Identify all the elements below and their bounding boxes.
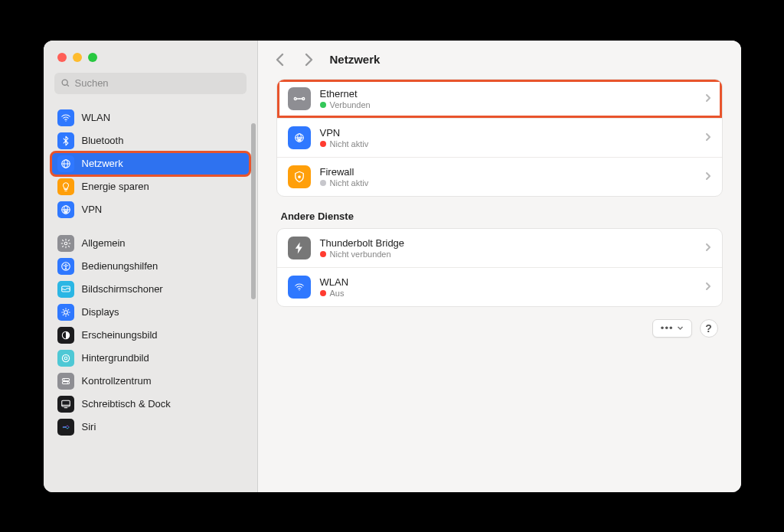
service-title: VPN [320, 127, 696, 139]
wifi-icon [57, 109, 74, 126]
service-status: Nicht verbunden [320, 250, 696, 259]
service-row-firewall[interactable]: FirewallNicht aktiv [277, 157, 722, 196]
sidebar-item-label: Siri [82, 421, 96, 432]
sidebar-item-siri[interactable]: Siri [51, 416, 250, 439]
maximize-button[interactable] [88, 53, 97, 62]
sidebar-item-label: Schreibtisch & Dock [82, 398, 171, 410]
other-services-title: Andere Dienste [276, 197, 723, 228]
service-row-vpn[interactable]: VPNNicht aktiv [277, 118, 722, 157]
service-title: WLAN [320, 276, 696, 288]
svg-rect-33 [298, 139, 301, 141]
sidebar-item-displays[interactable]: Displays [51, 301, 250, 324]
service-status: Aus [320, 289, 696, 298]
thunderbolt-icon [288, 237, 311, 259]
sidebar-item-label: WLAN [82, 112, 111, 123]
svg-point-10 [64, 242, 67, 245]
wifi-icon [288, 276, 311, 299]
chevron-right-icon [705, 170, 711, 184]
sidebar-item-bluetooth[interactable]: Bluetooth [51, 129, 250, 152]
sidebar-item-label: Hintergrundbild [82, 352, 149, 364]
more-button[interactable]: ••• [652, 319, 692, 338]
dock-icon [57, 396, 74, 413]
sidebar-item-label: Kontrollzentrum [82, 375, 152, 387]
other-services-card: Thunderbolt BridgeNicht verbundenWLANAus [276, 228, 723, 307]
sidebar-item-label: Bedienungshilfen [82, 260, 158, 272]
svg-rect-19 [62, 381, 69, 383]
appearance-icon [57, 327, 74, 344]
ethernet-icon [288, 87, 311, 110]
footer-actions: ••• ? [276, 307, 723, 341]
status-dot [320, 180, 326, 186]
firewall-icon [288, 165, 311, 188]
status-dot [320, 251, 326, 257]
sidebar-item-label: VPN [82, 204, 103, 215]
service-row-wlan[interactable]: WLANAus [277, 267, 722, 306]
service-row-ethernet[interactable]: EthernetVerbunden [277, 80, 722, 118]
service-status: Nicht aktiv [320, 139, 696, 149]
primary-services-card: EthernetVerbundenVPNNicht aktivFirewallN… [276, 79, 723, 197]
sidebar-item-bedienungshilfen[interactable]: Bedienungshilfen [51, 255, 250, 278]
svg-point-20 [63, 379, 64, 380]
svg-point-35 [299, 289, 299, 290]
sidebar-item-vpn[interactable]: VPN [51, 198, 250, 221]
service-row-thunderbolt-bridge[interactable]: Thunderbolt BridgeNicht verbunden [277, 229, 722, 267]
sidebar-item-schreibtisch-dock[interactable]: Schreibtisch & Dock [51, 393, 250, 416]
sidebar-item-energie-sparen[interactable]: Energie sparen [51, 175, 250, 198]
chevron-right-icon [705, 92, 711, 106]
siri-icon [57, 419, 74, 436]
screensaver-icon [57, 281, 74, 298]
sidebar-item-label: Bildschirmschoner [82, 283, 163, 295]
svg-point-14 [64, 310, 67, 314]
sidebar-item-kontrollzentrum[interactable]: Kontrollzentrum [51, 370, 250, 393]
sidebar-item-label: Allgemein [82, 237, 126, 249]
help-button[interactable]: ? [700, 319, 718, 338]
status-dot [320, 141, 326, 147]
forward-button[interactable] [301, 51, 318, 68]
bluetooth-icon [57, 132, 74, 149]
wallpaper-icon [57, 350, 74, 367]
sidebar-item-bildschirmschoner[interactable]: Bildschirmschoner [51, 278, 250, 301]
sidebar-item-label: Energie sparen [82, 181, 149, 192]
chevron-right-icon [705, 131, 711, 145]
service-title: Thunderbolt Bridge [320, 237, 696, 249]
svg-line-1 [67, 84, 68, 86]
control-center-icon [57, 373, 74, 390]
bulb-icon [57, 178, 74, 195]
close-button[interactable] [57, 53, 67, 62]
svg-point-17 [62, 354, 69, 361]
sidebar-item-label: Netzwerk [82, 158, 123, 169]
minimize-button[interactable] [73, 53, 82, 62]
service-title: Firewall [320, 166, 696, 178]
sidebar-item-label: Bluetooth [82, 135, 124, 146]
sidebar-item-erscheinungsbild[interactable]: Erscheinungsbild [51, 324, 250, 347]
sidebar-item-netzwerk[interactable]: Netzwerk [51, 152, 250, 175]
status-dot [320, 290, 326, 296]
svg-point-12 [65, 263, 67, 265]
sidebar-item-allgemein[interactable]: Allgemein [51, 232, 250, 255]
globe-icon [57, 155, 74, 172]
search-placeholder: Suchen [75, 77, 109, 89]
vpn-icon [57, 201, 74, 218]
service-status: Nicht aktiv [320, 178, 696, 188]
sidebar-scrollbar[interactable] [251, 123, 256, 299]
vpn-icon [288, 126, 311, 149]
sidebar-item-wlan[interactable]: WLAN [51, 106, 250, 129]
page-title: Netzwerk [330, 53, 381, 66]
displays-icon [57, 304, 74, 321]
svg-point-29 [299, 98, 300, 100]
svg-point-21 [67, 382, 68, 383]
header: Netzwerk [258, 41, 741, 76]
svg-rect-18 [62, 378, 69, 380]
status-dot [320, 102, 326, 108]
svg-rect-9 [64, 211, 67, 213]
back-button[interactable] [272, 51, 289, 68]
svg-rect-22 [61, 400, 70, 406]
chevron-right-icon [705, 241, 711, 255]
content: EthernetVerbundenVPNNicht aktivFirewallN… [258, 76, 741, 492]
sidebar-list: WLANBluetoothNetzwerkEnergie sparenVPN A… [44, 102, 257, 492]
sidebar-item-label: Displays [82, 306, 119, 318]
svg-point-34 [298, 175, 301, 178]
chevron-down-icon [677, 325, 684, 331]
sidebar-item-hintergrundbild[interactable]: Hintergrundbild [51, 347, 250, 370]
search-input[interactable]: Suchen [54, 73, 247, 94]
